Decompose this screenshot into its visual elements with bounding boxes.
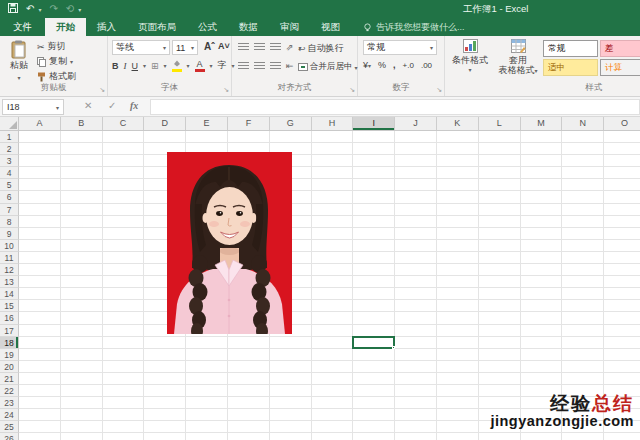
cell-G24[interactable] bbox=[270, 409, 312, 421]
tab-insert[interactable]: 插入 bbox=[86, 18, 127, 36]
cell-K8[interactable] bbox=[437, 216, 479, 228]
formula-input[interactable] bbox=[150, 99, 640, 115]
cancel-button[interactable]: ✕ bbox=[84, 100, 92, 111]
cell-H5[interactable] bbox=[312, 179, 354, 191]
cell-A9[interactable] bbox=[19, 228, 61, 240]
cell-C13[interactable] bbox=[103, 276, 145, 288]
cell-N20[interactable] bbox=[562, 361, 604, 373]
cell-L20[interactable] bbox=[479, 361, 521, 373]
cell-J13[interactable] bbox=[395, 276, 437, 288]
cell-E19[interactable] bbox=[186, 349, 228, 361]
cell-D25[interactable] bbox=[144, 421, 186, 433]
cell-K6[interactable] bbox=[437, 191, 479, 203]
cell-C20[interactable] bbox=[103, 361, 145, 373]
cell-C26[interactable] bbox=[103, 433, 145, 440]
cell-N10[interactable] bbox=[562, 240, 604, 252]
cell-I4[interactable] bbox=[353, 167, 395, 179]
percent-style-button[interactable]: % bbox=[378, 60, 386, 70]
cell-J3[interactable] bbox=[395, 155, 437, 167]
row-header-16[interactable]: 16 bbox=[0, 312, 19, 324]
row-header-7[interactable]: 7 bbox=[0, 204, 19, 216]
tab-page-layout[interactable]: 页面布局 bbox=[127, 18, 187, 36]
cell-M19[interactable] bbox=[521, 349, 563, 361]
cell-N3[interactable] bbox=[562, 155, 604, 167]
insert-function-button[interactable]: fx bbox=[130, 100, 138, 111]
row-header-5[interactable]: 5 bbox=[0, 179, 19, 191]
cell-C11[interactable] bbox=[103, 252, 145, 264]
cell-F1[interactable] bbox=[228, 131, 270, 143]
cell-O14[interactable] bbox=[604, 288, 640, 300]
cell-C9[interactable] bbox=[103, 228, 145, 240]
cell-N16[interactable] bbox=[562, 312, 604, 324]
cell-style-neutral[interactable]: 适中 bbox=[543, 59, 598, 76]
cell-N4[interactable] bbox=[562, 167, 604, 179]
cell-K10[interactable] bbox=[437, 240, 479, 252]
cell-B20[interactable] bbox=[61, 361, 103, 373]
cell-K18[interactable] bbox=[437, 337, 479, 349]
cell-I17[interactable] bbox=[353, 325, 395, 337]
row-header-17[interactable]: 17 bbox=[0, 325, 19, 337]
cell-A20[interactable] bbox=[19, 361, 61, 373]
cell-M16[interactable] bbox=[521, 312, 563, 324]
cell-I21[interactable] bbox=[353, 373, 395, 385]
cell-E1[interactable] bbox=[186, 131, 228, 143]
cell-M9[interactable] bbox=[521, 228, 563, 240]
cell-J17[interactable] bbox=[395, 325, 437, 337]
row-header-25[interactable]: 25 bbox=[0, 421, 19, 433]
cell-F20[interactable] bbox=[228, 361, 270, 373]
number-dialog-launcher-icon[interactable]: ↘ bbox=[436, 86, 442, 94]
cell-M12[interactable] bbox=[521, 264, 563, 276]
cell-J20[interactable] bbox=[395, 361, 437, 373]
cell-O7[interactable] bbox=[604, 204, 640, 216]
cell-B25[interactable] bbox=[61, 421, 103, 433]
cell-H22[interactable] bbox=[312, 385, 354, 397]
cell-F18[interactable] bbox=[228, 337, 270, 349]
cell-N15[interactable] bbox=[562, 300, 604, 312]
cell-C1[interactable] bbox=[103, 131, 145, 143]
cell-H8[interactable] bbox=[312, 216, 354, 228]
cell-M20[interactable] bbox=[521, 361, 563, 373]
cell-G26[interactable] bbox=[270, 433, 312, 440]
cell-L21[interactable] bbox=[479, 373, 521, 385]
cell-K3[interactable] bbox=[437, 155, 479, 167]
cell-A16[interactable] bbox=[19, 312, 61, 324]
column-header-F[interactable]: F bbox=[228, 117, 270, 130]
cell-H6[interactable] bbox=[312, 191, 354, 203]
cell-I2[interactable] bbox=[353, 143, 395, 155]
cell-I26[interactable] bbox=[353, 433, 395, 440]
enter-button[interactable]: ✓ bbox=[108, 100, 116, 111]
cell-C2[interactable] bbox=[103, 143, 145, 155]
cell-N18[interactable] bbox=[562, 337, 604, 349]
cell-I14[interactable] bbox=[353, 288, 395, 300]
cell-K16[interactable] bbox=[437, 312, 479, 324]
cell-A13[interactable] bbox=[19, 276, 61, 288]
column-header-D[interactable]: D bbox=[144, 117, 186, 130]
cell-J1[interactable] bbox=[395, 131, 437, 143]
cell-N8[interactable] bbox=[562, 216, 604, 228]
cell-A17[interactable] bbox=[19, 325, 61, 337]
orientation-button[interactable]: ⇗ bbox=[286, 42, 294, 52]
cell-J14[interactable] bbox=[395, 288, 437, 300]
cell-I1[interactable] bbox=[353, 131, 395, 143]
cell-N26[interactable] bbox=[562, 433, 604, 440]
cell-H24[interactable] bbox=[312, 409, 354, 421]
name-box[interactable]: I18 ▾ bbox=[2, 99, 64, 115]
cell-O16[interactable] bbox=[604, 312, 640, 324]
cell-K23[interactable] bbox=[437, 397, 479, 409]
cell-J6[interactable] bbox=[395, 191, 437, 203]
cell-K19[interactable] bbox=[437, 349, 479, 361]
cell-C23[interactable] bbox=[103, 397, 145, 409]
cell-F19[interactable] bbox=[228, 349, 270, 361]
row-header-8[interactable]: 8 bbox=[0, 216, 19, 228]
cell-O2[interactable] bbox=[604, 143, 640, 155]
cell-O26[interactable] bbox=[604, 433, 640, 440]
cell-A21[interactable] bbox=[19, 373, 61, 385]
cell-C17[interactable] bbox=[103, 325, 145, 337]
cell-C10[interactable] bbox=[103, 240, 145, 252]
cell-G1[interactable] bbox=[270, 131, 312, 143]
cell-D20[interactable] bbox=[144, 361, 186, 373]
tab-review[interactable]: 审阅 bbox=[269, 18, 310, 36]
row-header-23[interactable]: 23 bbox=[0, 397, 19, 409]
tab-file[interactable]: 文件 bbox=[0, 18, 45, 36]
cell-B11[interactable] bbox=[61, 252, 103, 264]
